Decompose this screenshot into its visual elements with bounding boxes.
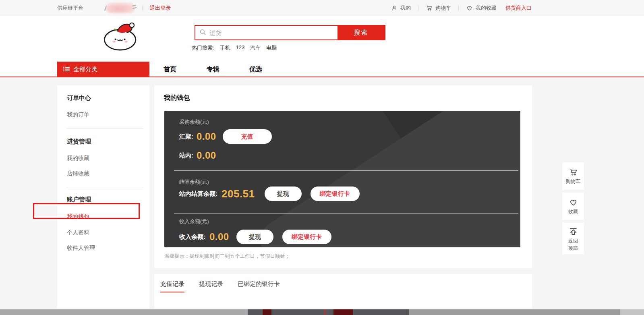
footer-peek-accent bbox=[324, 309, 326, 315]
income-balance-title: 收入余额(元) bbox=[179, 218, 209, 225]
sidebar-divider bbox=[67, 128, 143, 129]
all-categories-label: 全部分类 bbox=[73, 66, 97, 73]
back-to-top-icon bbox=[568, 227, 578, 236]
sidebar-item-profile[interactable]: 个人资料 bbox=[67, 229, 149, 236]
nav-item-home[interactable]: 首页 bbox=[164, 62, 176, 77]
sidebar-item-my-favorites[interactable]: 我的收藏 bbox=[67, 155, 149, 162]
all-categories-button[interactable]: 全部分类 bbox=[57, 62, 149, 77]
back-to-top-label-2: 顶部 bbox=[568, 246, 578, 251]
balance-label: 站内结算余额: bbox=[179, 190, 217, 198]
logout-link[interactable]: 退出登录 bbox=[150, 4, 171, 12]
search-button[interactable]: 搜索 bbox=[338, 26, 385, 39]
records-tabs: 充值记录 提现记录 已绑定的银行卡 bbox=[154, 274, 532, 309]
cart-label: 购物车 bbox=[435, 4, 451, 12]
floating-cart-label: 购物车 bbox=[566, 178, 580, 185]
tab-bound-bank-cards[interactable]: 已绑定的银行卡 bbox=[238, 280, 280, 292]
favorites-link[interactable]: 我的收藏 bbox=[466, 4, 497, 12]
scrollbar-segment bbox=[409, 309, 620, 315]
page-title: 我的钱包 bbox=[164, 94, 190, 102]
hot-keyword[interactable]: 123 bbox=[236, 44, 245, 52]
search-bar: 搜索 bbox=[195, 25, 385, 40]
scrollbar-segment bbox=[0, 309, 248, 315]
username-redacted[interactable] bbox=[106, 3, 135, 13]
platform-label: 供应链平台 bbox=[57, 4, 83, 12]
recharge-button[interactable]: 充值 bbox=[223, 129, 272, 144]
card-decoration bbox=[253, 111, 520, 247]
balance-card: 采购余额(元) 汇聚: 0.00 充值 站内: 0.00 结算余额(元) 站内结… bbox=[164, 111, 520, 247]
sidebar-item-my-orders[interactable]: 我的订单 bbox=[67, 111, 149, 118]
scrollbar-segment bbox=[248, 309, 409, 315]
sidebar-section-account-mgmt: 账户管理 bbox=[67, 196, 149, 203]
topbar: 供应链平台 退出登录 我的 bbox=[0, 0, 644, 16]
sidebar-divider bbox=[67, 187, 143, 187]
my-label: 我的 bbox=[400, 4, 411, 12]
hot-search-label: 热门搜索: bbox=[192, 44, 214, 52]
search-input[interactable] bbox=[209, 26, 338, 39]
cart-link[interactable]: 购物车 bbox=[426, 4, 451, 12]
floating-cart-button[interactable]: 购物车 bbox=[562, 162, 584, 190]
my-account-link[interactable]: 我的 bbox=[391, 4, 411, 12]
bind-bank-card-button[interactable]: 绑定银行卡 bbox=[282, 230, 331, 244]
supplier-entry-link[interactable]: 供货商入口 bbox=[505, 4, 532, 12]
search-icon bbox=[199, 29, 206, 37]
cart-icon bbox=[568, 168, 578, 176]
card-divider bbox=[174, 213, 518, 214]
back-to-top-button[interactable]: 返回 顶部 bbox=[562, 223, 584, 254]
card-divider bbox=[174, 170, 518, 171]
back-to-top-label-1: 返回 bbox=[568, 238, 578, 244]
topbar-left: 供应链平台 退出登录 bbox=[57, 0, 171, 16]
balance-value: 0.00 bbox=[197, 131, 216, 142]
footer-peek-accent bbox=[263, 309, 271, 315]
bind-bank-card-button[interactable]: 绑定银行卡 bbox=[311, 187, 360, 201]
scrollbar-segment bbox=[620, 309, 644, 315]
floating-toolbar: 购物车 收藏 返回 顶部 bbox=[562, 162, 584, 257]
purchase-balance-row-1: 汇聚: 0.00 充值 bbox=[179, 129, 272, 144]
nav-item-album[interactable]: 专辑 bbox=[207, 62, 219, 77]
balance-value: 0.00 bbox=[197, 150, 216, 161]
sidebar-section-order-center: 订单中心 bbox=[67, 94, 149, 102]
divider bbox=[418, 5, 418, 11]
hot-keyword[interactable]: 手机 bbox=[220, 44, 230, 52]
wallet-panel: 我的钱包 采购余额(元) 汇聚: 0.00 充值 站内: 0.00 结算余额(元… bbox=[154, 85, 532, 268]
footer-peek-accent bbox=[333, 309, 353, 315]
withdraw-tip-text: 温馨提示：提现到账时间三到五个工作日，节假日顺延； bbox=[164, 253, 290, 260]
sidebar-item-recipient-mgmt[interactable]: 收件人管理 bbox=[67, 245, 149, 252]
person-icon bbox=[391, 5, 398, 11]
hot-search-row: 热门搜索: 手机 123 汽车 电脑 bbox=[192, 44, 277, 52]
purchase-balance-row-2: 站内: 0.00 bbox=[179, 148, 216, 163]
page: 供应链平台 退出登录 我的 bbox=[0, 0, 644, 315]
balance-value: 0.00 bbox=[209, 231, 229, 242]
balance-value: 205.51 bbox=[222, 188, 255, 200]
category-list-icon bbox=[63, 66, 70, 73]
sidebar: 订单中心 我的订单 进货管理 我的收藏 店铺收藏 账户管理 我的钱包 个人资料 … bbox=[57, 85, 149, 309]
main-nav: 全部分类 首页 专辑 优选 bbox=[0, 62, 644, 77]
sidebar-item-shop-favorites[interactable]: 店铺收藏 bbox=[67, 170, 149, 177]
settlement-balance-title: 结算余额(元) bbox=[179, 178, 209, 186]
floating-favorites-button[interactable]: 收藏 bbox=[562, 193, 584, 220]
hot-keyword[interactable]: 电脑 bbox=[266, 44, 277, 52]
withdraw-button[interactable]: 提现 bbox=[236, 230, 273, 244]
income-balance-row: 收入余额: 0.00 提现 绑定银行卡 bbox=[179, 230, 331, 244]
balance-label: 站内: bbox=[179, 152, 193, 160]
hot-keyword[interactable]: 汽车 bbox=[250, 44, 261, 52]
tab-withdraw-records[interactable]: 提现记录 bbox=[199, 280, 223, 292]
heart-icon bbox=[466, 5, 473, 11]
settlement-balance-row: 站内结算余额: 205.51 提现 绑定银行卡 bbox=[179, 187, 360, 201]
site-logo[interactable] bbox=[100, 21, 142, 52]
divider bbox=[142, 5, 143, 11]
tab-recharge-records[interactable]: 充值记录 bbox=[160, 280, 184, 292]
horizontal-scrollbar[interactable] bbox=[0, 309, 644, 315]
sidebar-item-my-wallet[interactable]: 我的钱包 bbox=[67, 213, 149, 220]
header: 搜索 热门搜索: 手机 123 汽车 电脑 bbox=[0, 17, 644, 62]
nav-item-preferred[interactable]: 优选 bbox=[249, 62, 262, 77]
cart-icon bbox=[426, 5, 433, 11]
favorites-label: 我的收藏 bbox=[476, 4, 497, 12]
balance-label: 汇聚: bbox=[179, 133, 193, 141]
withdraw-button[interactable]: 提现 bbox=[265, 187, 302, 201]
search-input-zone bbox=[195, 26, 338, 39]
floating-favorites-label: 收藏 bbox=[568, 208, 578, 215]
sidebar-section-purchase-mgmt: 进货管理 bbox=[67, 138, 149, 145]
heart-icon bbox=[568, 198, 578, 207]
divider bbox=[458, 5, 459, 11]
censor-blur bbox=[106, 3, 135, 13]
